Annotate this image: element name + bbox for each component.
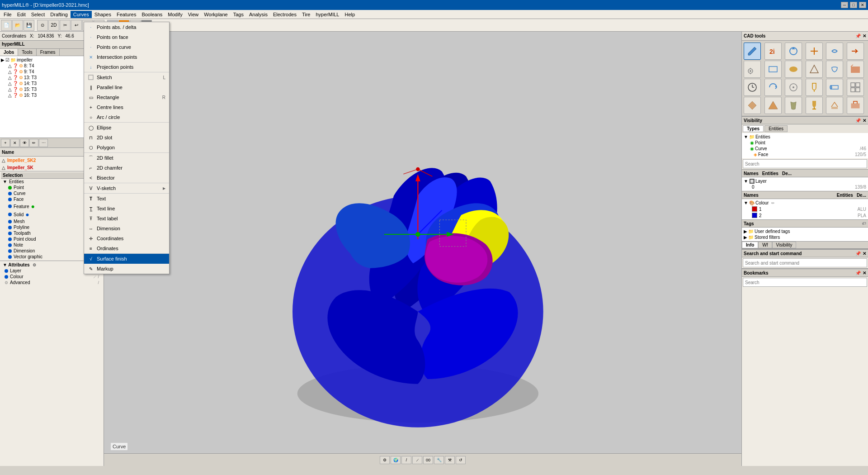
bookmarks-pin[interactable]: 📌	[855, 271, 861, 276]
sel-entities[interactable]: ▼Entities	[1, 179, 103, 185]
window-controls[interactable]: ─ □ ✕	[841, 2, 866, 8]
colour-root[interactable]: ▼🎨Colour ✏	[743, 200, 867, 206]
tb-solid[interactable]: ■	[107, 20, 118, 31]
cad-btn-box[interactable]	[847, 61, 864, 78]
tb-warn[interactable]: !	[118, 20, 129, 31]
cad-btn-trophy[interactable]	[806, 79, 823, 96]
menu-drafting[interactable]: Drafting	[47, 11, 71, 18]
tb-new[interactable]: 📄	[1, 20, 12, 31]
tb-2d[interactable]: 2D	[48, 20, 59, 31]
tb-open[interactable]: 📂	[12, 20, 23, 31]
menu-curves[interactable]: Curves	[71, 11, 92, 18]
tree-item-4[interactable]: △❓⚙ 14: T3	[1, 81, 103, 86]
cad-btn-rotate[interactable]	[785, 43, 802, 60]
sb-hammer[interactable]: ⚒	[445, 456, 455, 464]
attr-advanced[interactable]: ⚙Advanced /	[1, 280, 103, 285]
tb-undo[interactable]: ↩	[71, 20, 82, 31]
menu-edit[interactable]: Edit	[14, 11, 28, 18]
menu-select[interactable]: Select	[28, 11, 48, 18]
names-layer-0[interactable]: 0139/8	[743, 184, 867, 190]
sb-00[interactable]: 00	[423, 456, 433, 464]
cad-btn-link[interactable]	[826, 43, 843, 60]
sel-mesh[interactable]: Mesh	[1, 218, 103, 224]
cad-btn-cup[interactable]	[785, 97, 802, 114]
info-tab-wf[interactable]: Wf	[758, 242, 772, 248]
tb-sphere[interactable]: 🔵	[130, 20, 141, 31]
cad-btn-trophy2[interactable]	[806, 97, 823, 114]
close-btn[interactable]: ✕	[859, 2, 866, 8]
menu-view[interactable]: View	[185, 11, 202, 18]
tb-redo[interactable]: ↪	[82, 20, 93, 31]
names-layer[interactable]: ▼🔲Layer	[743, 178, 867, 184]
sel-polyline[interactable]: Polyline	[1, 224, 103, 230]
cad-tools-close[interactable]: ✕	[863, 33, 866, 38]
menu-workplane[interactable]: Workplane	[201, 11, 230, 18]
sel-feature[interactable]: Feature ●	[1, 202, 103, 210]
menu-help[interactable]: Help	[342, 11, 358, 18]
bookmarks-search-input[interactable]	[745, 280, 865, 285]
sb-slash[interactable]: ⟋	[412, 456, 422, 464]
sel-point[interactable]: Point	[1, 185, 103, 190]
attr-layer[interactable]: Layer ⟋ /	[1, 268, 103, 274]
vis-tab-entities[interactable]: Entities	[764, 125, 788, 132]
cad-btn-pipe[interactable]	[826, 79, 843, 96]
cad-btn-rect[interactable]	[764, 61, 782, 78]
tree-item-3[interactable]: △❓⚙ 13: T3	[1, 75, 103, 81]
tb-p[interactable]: P	[141, 20, 152, 31]
sb-cursor[interactable]: /	[401, 456, 411, 464]
vis-face[interactable]: ◈Face 120/5	[743, 152, 867, 157]
sb-refresh[interactable]: ↺	[456, 456, 466, 464]
menu-electrodes[interactable]: Electrodes	[270, 11, 299, 18]
cad-tools-pin[interactable]: 📌	[855, 33, 861, 38]
sel-note[interactable]: Note	[1, 242, 103, 248]
cad-btn-trim[interactable]	[806, 43, 823, 60]
cad-btn-dot-circle[interactable]	[785, 79, 802, 96]
tab-jobs[interactable]: Jobs	[0, 49, 18, 56]
menu-file[interactable]: File	[1, 11, 14, 18]
attr-colour[interactable]: Colour ⟋ /	[1, 274, 103, 280]
menu-hypermill[interactable]: hyperMILL	[313, 11, 342, 18]
info-tab-visibility[interactable]: Visibility	[772, 242, 797, 248]
sel-solid[interactable]: Solid ●	[1, 210, 103, 218]
colour-2[interactable]: 2 PLA	[743, 212, 867, 218]
search-cmd-bar[interactable]	[743, 258, 867, 267]
cad-btn-arrow-right[interactable]	[847, 43, 864, 60]
tb-arrows[interactable]: ⇄	[94, 20, 104, 31]
cad-btn-chain[interactable]	[826, 61, 843, 78]
sel-pointcloud[interactable]: Point cloud	[1, 236, 103, 242]
search-cmd-close[interactable]: ✕	[863, 251, 866, 256]
vis-search-bar[interactable]	[743, 159, 867, 168]
search-cmd-pin[interactable]: 📌	[855, 251, 861, 256]
viewport[interactable]: Curve ⚙ 🌍 / ⟋ 00 🔧 ⚒ ↺	[104, 32, 741, 466]
tb-circle[interactable]: ⊙	[37, 20, 48, 31]
info-tab-info[interactable]: Info	[742, 242, 758, 248]
vis-close[interactable]: ✕	[863, 118, 866, 123]
cad-btn-tri[interactable]	[764, 97, 782, 114]
vis-tab-types[interactable]: Types	[743, 125, 764, 132]
tab-frames[interactable]: Frames	[37, 49, 60, 56]
cad-btn-diamond[interactable]	[744, 97, 761, 114]
tb2-edit[interactable]: ✏	[29, 139, 38, 147]
tree-item-2[interactable]: △❓⚙ 9: T4	[1, 69, 103, 75]
tree-item-root[interactable]: ▶☑📁 impeller	[1, 57, 103, 63]
menu-modify[interactable]: Modify	[165, 11, 185, 18]
sel-face[interactable]: Face	[1, 196, 103, 202]
cad-btn-extrude[interactable]	[826, 97, 843, 114]
tb-cut[interactable]: ✂	[60, 20, 71, 31]
vis-entities[interactable]: ▼📁Entities	[743, 134, 867, 140]
tb2-eye[interactable]: 👁	[20, 139, 29, 147]
menu-features[interactable]: Features	[114, 11, 139, 18]
maximize-btn[interactable]: □	[850, 2, 857, 8]
tag-stored-filters[interactable]: ▶📁Stored filters	[743, 234, 867, 240]
menu-tire[interactable]: Tire	[299, 11, 313, 18]
minimize-btn[interactable]: ─	[841, 2, 848, 8]
vis-pin[interactable]: 📌	[855, 118, 861, 123]
cad-btn-rotate2[interactable]	[847, 97, 864, 114]
cad-btn-grid[interactable]	[847, 79, 864, 96]
tree-item-6[interactable]: △❓⚙ 16: T3	[1, 92, 103, 98]
tb2-add[interactable]: +	[1, 139, 10, 147]
cad-btn-gear[interactable]	[744, 61, 761, 78]
tree-item-5[interactable]: △❓⚙ 15: T3	[1, 86, 103, 92]
colour-1[interactable]: 1 ALU	[743, 206, 867, 212]
sel-curve[interactable]: Curve	[1, 190, 103, 196]
